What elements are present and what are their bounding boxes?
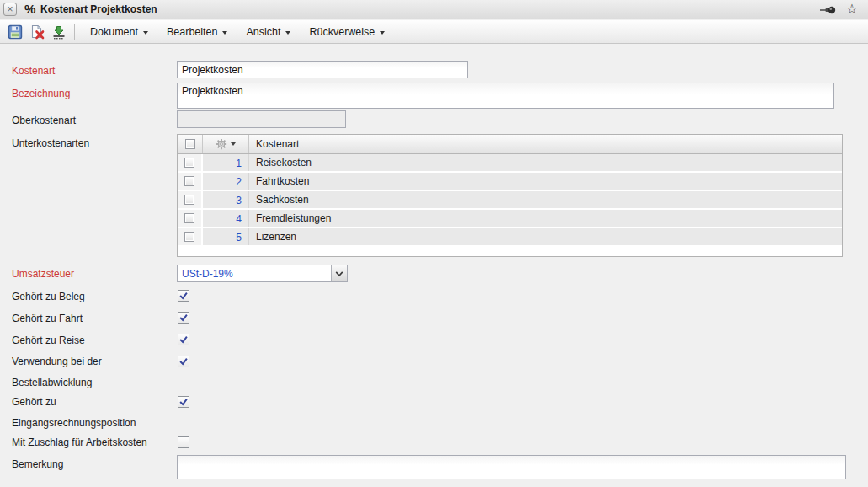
column-header-kostenart[interactable]: Kostenart xyxy=(249,138,842,150)
table-row[interactable]: 3 Sachkosten xyxy=(178,191,842,210)
bemerkung-label: Bemerkung xyxy=(12,454,173,475)
toolbar-separator xyxy=(74,24,75,40)
row-kostenart[interactable]: Reisekosten xyxy=(249,157,842,169)
favorite-star-icon[interactable]: ☆ xyxy=(846,1,858,17)
table-row[interactable]: 5 Lizenzen xyxy=(178,228,842,247)
row-kostenart[interactable]: Fahrtkosten xyxy=(249,175,842,187)
unterkostenarten-label: Unterkostenarten xyxy=(12,133,173,154)
bezeichnung-input[interactable]: Projektkosten xyxy=(177,83,834,109)
row-number: 2 xyxy=(203,173,249,190)
menu-bearbeiten-label: Bearbeiten xyxy=(167,26,217,38)
row-number: 4 xyxy=(203,210,249,227)
table-settings-button[interactable] xyxy=(203,135,249,153)
zuschlag-arbeitskosten-checkbox[interactable] xyxy=(178,436,189,448)
gehoert-zu-beleg-checkbox[interactable] xyxy=(178,290,189,302)
kostenart-label: Kostenart xyxy=(12,61,173,82)
toolbar: Dokument Bearbeiten Ansicht Rückverweise xyxy=(0,20,868,44)
menu-ansicht-label: Ansicht xyxy=(246,26,280,38)
import-download-icon[interactable] xyxy=(49,22,69,42)
chevron-down-icon xyxy=(380,31,385,35)
save-icon[interactable] xyxy=(5,22,25,42)
chevron-down-icon xyxy=(335,270,343,277)
gehoert-zu-beleg-label: Gehört zu Beleg xyxy=(12,286,173,308)
table-row[interactable]: 1 Reisekosten xyxy=(178,154,842,173)
eingangsrechnungsposition-checkbox[interactable] xyxy=(178,396,189,408)
row-number: 1 xyxy=(203,154,249,171)
umsatzsteuer-label: Umsatzsteuer xyxy=(12,264,173,285)
row-kostenart[interactable]: Lizenzen xyxy=(249,231,842,243)
gear-icon xyxy=(216,138,227,150)
row-checkbox[interactable] xyxy=(184,176,194,186)
percent-icon: % xyxy=(24,2,35,16)
chevron-down-icon xyxy=(143,31,148,35)
menu-rueckverweise-label: Rückverweise xyxy=(309,26,375,38)
menu-dokument[interactable]: Dokument xyxy=(81,22,157,42)
oberkostenart-input[interactable] xyxy=(177,110,346,128)
close-icon[interactable]: × xyxy=(3,3,17,16)
row-kostenart[interactable]: Sachkosten xyxy=(249,194,842,206)
bestellabwicklung-checkbox[interactable] xyxy=(178,356,189,367)
row-checkbox[interactable] xyxy=(184,232,194,242)
row-checkbox[interactable] xyxy=(184,213,194,223)
row-number: 5 xyxy=(203,228,249,245)
row-checkbox[interactable] xyxy=(184,195,194,205)
unterkostenarten-table: Kostenart 1 Reisekosten 2 Fahrtkosten 3 … xyxy=(177,134,843,257)
menu-dokument-label: Dokument xyxy=(90,26,138,38)
bestellabwicklung-label: Verwendung bei der Bestellabwicklung xyxy=(12,351,173,393)
pin-icon[interactable] xyxy=(819,4,836,15)
gehoert-zu-reise-label: Gehört zu Reise xyxy=(12,330,173,351)
gehoert-zu-fahrt-checkbox[interactable] xyxy=(178,312,189,324)
row-kostenart[interactable]: Fremdleistungen xyxy=(249,212,842,224)
chevron-down-icon xyxy=(231,142,236,146)
bemerkung-input[interactable] xyxy=(177,455,846,479)
menu-ansicht[interactable]: Ansicht xyxy=(237,22,300,42)
menu-bearbeiten[interactable]: Bearbeiten xyxy=(157,22,237,42)
chevron-down-icon xyxy=(285,31,290,35)
bezeichnung-label: Bezeichnung xyxy=(12,83,173,104)
eingangsrechnungsposition-label: Gehört zu Eingangsrechnungsposition xyxy=(12,392,173,434)
gehoert-zu-fahrt-label: Gehört zu Fahrt xyxy=(12,308,173,329)
delete-document-icon[interactable] xyxy=(27,22,47,42)
page-title: Kostenart Projektkosten xyxy=(40,3,157,15)
row-checkbox[interactable] xyxy=(184,158,194,168)
app-window: × % Kostenart Projektkosten ☆ xyxy=(0,0,868,487)
gehoert-zu-reise-checkbox[interactable] xyxy=(178,334,189,345)
row-number: 3 xyxy=(203,191,249,208)
table-row[interactable]: 4 Fremdleistungen xyxy=(178,210,842,228)
table-header: Kostenart xyxy=(178,135,842,154)
zuschlag-arbeitskosten-label: Mit Zuschlag für Arbeitskosten xyxy=(12,432,173,453)
umsatzsteuer-select[interactable]: USt-D-19% xyxy=(177,265,348,282)
titlebar: × % Kostenart Projektkosten ☆ xyxy=(0,0,868,19)
kostenart-input[interactable] xyxy=(177,61,468,78)
dropdown-button[interactable] xyxy=(331,265,347,281)
select-all-checkbox[interactable] xyxy=(185,139,195,149)
table-row[interactable]: 2 Fahrtkosten xyxy=(178,173,842,191)
chevron-down-icon xyxy=(222,31,227,35)
oberkostenart-label: Oberkostenart xyxy=(12,110,173,131)
umsatzsteuer-value: USt-D-19% xyxy=(178,268,331,280)
menu-rueckverweise[interactable]: Rückverweise xyxy=(300,22,394,42)
